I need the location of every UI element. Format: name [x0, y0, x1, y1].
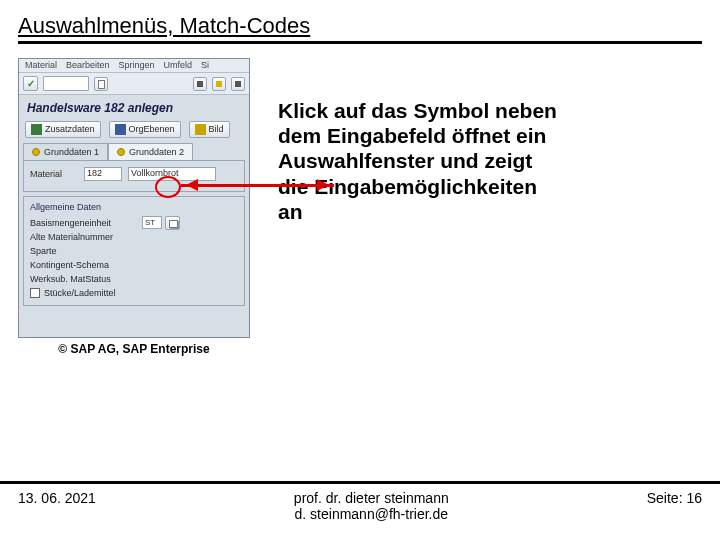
- footer-author: prof. dr. dieter steinmann: [96, 490, 647, 506]
- explanation-text: Klick auf das Symbol neben dem Eingabefe…: [278, 98, 566, 224]
- sap-toolbar-1: [19, 73, 249, 95]
- matchcode-button[interactable]: [165, 216, 180, 230]
- sap-screenshot: MaterialBearbeitenSpringenUmfeldSi Hande…: [18, 58, 250, 338]
- sap-tabstrip: Grunddaten 1 Grunddaten 2: [23, 143, 245, 160]
- btn-orgebenen[interactable]: OrgEbenen: [109, 121, 181, 138]
- nav-next-icon[interactable]: [212, 77, 226, 91]
- sap-toolbar-2: Zusatzdaten OrgEbenen Bild: [19, 118, 249, 140]
- checkbox-icon[interactable]: [30, 288, 40, 298]
- group-allgemeine-daten: Allgemeine Daten Basismengeneinheit ST A…: [23, 196, 245, 306]
- material-input[interactable]: 182: [84, 167, 122, 181]
- footer-date: 13. 06. 2021: [18, 490, 96, 506]
- page-icon[interactable]: [94, 77, 108, 91]
- slide-footer: 13. 06. 2021 prof. dr. dieter steinmann …: [0, 481, 720, 522]
- tab-grunddaten-1[interactable]: Grunddaten 1: [23, 143, 108, 160]
- arrow-annotation: [181, 184, 334, 187]
- btn-bild[interactable]: Bild: [189, 121, 230, 138]
- footer-email: d. steinmann@fh-trier.de: [96, 506, 647, 522]
- uom-input[interactable]: ST: [142, 216, 162, 229]
- image-caption: © SAP AG, SAP Enterprise: [18, 342, 250, 356]
- material-desc-input[interactable]: Vollkornbrot: [128, 167, 216, 181]
- nav-end-icon[interactable]: [231, 77, 245, 91]
- command-field[interactable]: [43, 76, 89, 91]
- tab-grunddaten-2[interactable]: Grunddaten 2: [108, 143, 193, 160]
- sap-window-header: Handelsware 182 anlegen: [19, 95, 249, 118]
- btn-zusatzdaten[interactable]: Zusatzdaten: [25, 121, 101, 138]
- ok-icon[interactable]: [23, 76, 38, 91]
- material-label: Material: [30, 169, 78, 179]
- footer-page: Seite: 16: [647, 490, 702, 506]
- nav-prev-icon[interactable]: [193, 77, 207, 91]
- sap-menu-bar: MaterialBearbeitenSpringenUmfeldSi: [19, 59, 249, 73]
- slide-title: Auswahlmenüs, Match-Codes: [18, 13, 702, 44]
